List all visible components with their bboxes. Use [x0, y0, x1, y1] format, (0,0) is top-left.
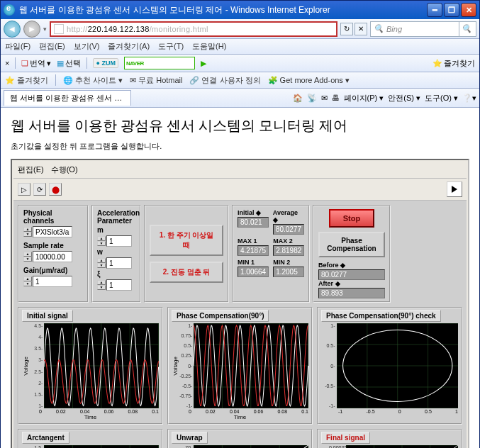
menu-favorites[interactable]: 즐겨찾기(A) — [108, 41, 150, 52]
cmd-feed[interactable]: 📡 — [307, 94, 317, 103]
w-input[interactable] — [106, 257, 132, 269]
max2-val: 2.81982 — [273, 245, 304, 256]
address-bar[interactable]: http://220.149.122.138/monitoring.html — [50, 21, 337, 37]
search-go-button[interactable]: 🔍 — [459, 22, 473, 36]
graph-title: Initial signal — [22, 310, 73, 322]
gain-input[interactable] — [33, 276, 72, 287]
channels-down[interactable]: ▼ — [23, 232, 32, 237]
page-favicon — [54, 24, 64, 34]
panel-menu-op[interactable]: 수행(O) — [51, 164, 78, 175]
initial-lbl: Initial ◆ — [238, 209, 269, 216]
panel-toolbar: ▷ ⟳ ⬤ — [13, 179, 467, 201]
page-sub: 초기값을 설정한 뒤 프로그램을 실행합니다. — [11, 141, 469, 152]
gain-up[interactable]: ▲ — [23, 276, 32, 281]
zum-button[interactable]: ● ZUM — [93, 58, 118, 68]
menu-file[interactable]: 파일(F) — [5, 41, 30, 52]
min2-val: 1.2005 — [273, 267, 304, 277]
cmd-safety[interactable]: 안전(S) ▾ — [388, 93, 420, 103]
cmd-help[interactable]: ❔▾ — [462, 94, 476, 103]
cmd-mail[interactable]: ✉ — [321, 94, 328, 103]
close-button[interactable]: ✕ — [461, 3, 476, 17]
cmd-print[interactable]: 🖶 — [332, 94, 340, 102]
m-down[interactable]: ▼ — [97, 241, 106, 246]
maximize-button[interactable]: ❐ — [444, 3, 459, 17]
ie-icon — [4, 4, 15, 16]
menu-help[interactable]: 도움말(H) — [192, 41, 226, 52]
toolbar-translate[interactable]: ❏번역▾ — [21, 58, 51, 69]
channels-up[interactable]: ▲ — [23, 227, 32, 232]
w-down[interactable]: ▼ — [97, 263, 106, 268]
min1-val: 1.00664 — [238, 267, 269, 277]
w-up[interactable]: ▲ — [97, 258, 106, 263]
rate-down[interactable]: ▼ — [23, 257, 32, 262]
naver-search[interactable]: NAVER — [124, 57, 195, 69]
panel-main-icon[interactable] — [447, 181, 462, 197]
gain-down[interactable]: ▼ — [23, 281, 32, 286]
fav-sites[interactable]: 🌐추천 사이트 ▾ — [63, 75, 123, 86]
before-val: 80.0277 — [318, 269, 385, 280]
graph-g6: Final signalAmplitude0.00035-0.0003-0.00… — [317, 429, 462, 448]
window-titlebar: 웹 서버를 이용한 광섬유 센서 시스템의 모니터링 제어 - Windows … — [1, 1, 479, 19]
plot-area — [44, 323, 159, 408]
panel-menu: 편집(E) 수행(O) — [13, 162, 467, 179]
xi-up[interactable]: ▲ — [97, 280, 106, 285]
x-label: Time — [172, 414, 308, 420]
graph-g1: Initial signalVoltage4.5-4-3.5-3-2.5-2-1… — [18, 307, 163, 425]
channels-select[interactable] — [33, 226, 72, 237]
xi-input[interactable] — [106, 279, 132, 291]
mode-after-stop[interactable]: 2. 진동 멈춘 뒤 — [150, 262, 223, 283]
graph-title: Arctangent — [22, 432, 69, 444]
main-menu: 파일(F) 편집(E) 보기(V) 즐겨찾기(A) 도구(T) 도움말(H) — [1, 39, 479, 55]
toolbar-x[interactable]: × — [5, 59, 9, 67]
m-up[interactable]: ▲ — [97, 236, 106, 241]
xi-down[interactable]: ▼ — [97, 285, 106, 290]
plot-area — [194, 323, 308, 408]
fav-addons[interactable]: 🧩Get more Add-ons ▾ — [268, 76, 350, 85]
rate-input[interactable] — [33, 251, 72, 262]
cmd-page[interactable]: 페이지(P) ▾ — [344, 93, 384, 103]
stop-run-button[interactable]: Stop — [329, 209, 374, 228]
y-ticks: 70-60-50-40-30-20-10-0- — [179, 445, 194, 448]
stop-button[interactable]: ✕ — [355, 23, 367, 35]
panel-abort[interactable]: ⬤ — [49, 183, 62, 196]
panel-run-once[interactable]: ▷ — [18, 183, 30, 196]
search-box[interactable]: 🔍 Bing 🔍 — [370, 21, 476, 37]
toolbar-select[interactable]: ▦선택 — [57, 58, 81, 69]
cmd-home[interactable]: 🏠 — [293, 94, 303, 103]
naver-search-go[interactable]: ▶ — [201, 59, 206, 68]
min2-lbl: MIN 2 — [273, 259, 304, 266]
after-lbl: After ◆ — [318, 280, 385, 287]
favorites-bar: ⭐즐겨찾기 🌐추천 사이트 ▾ ✉무료 Hotmail 🔗연결 사용자 정의 🧩… — [1, 72, 479, 89]
active-tab[interactable]: 웹 서버를 이용한 광섬유 센서 시스템의 모니터... — [4, 90, 131, 106]
rate-up[interactable]: ▲ — [23, 252, 32, 257]
x-ticks: 00.020.040.060.080.1 — [189, 409, 308, 414]
y-ticks: 1-0.5-0--0.5--1- — [321, 323, 337, 408]
toolbar-fav[interactable]: ⭐즐겨찾기 — [432, 58, 475, 69]
refresh-button[interactable]: ↻ — [340, 23, 353, 35]
fav-hotmail[interactable]: ✉무료 Hotmail — [130, 75, 182, 86]
back-button[interactable]: ◄ — [4, 21, 21, 38]
graph-title: Final signal — [321, 432, 370, 444]
panel-menu-edit[interactable]: 편집(E) — [18, 164, 44, 175]
cmd-tools[interactable]: 도구(O) ▾ — [425, 93, 458, 103]
max1-lbl: MAX 1 — [238, 237, 269, 245]
forward-button[interactable]: ► — [23, 21, 40, 38]
favorites-button[interactable]: ⭐즐겨찾기 — [5, 75, 48, 86]
m-input[interactable] — [106, 235, 132, 247]
phase-comp-button[interactable]: Phase Compensation — [318, 232, 385, 257]
panel-run-cont[interactable]: ⟳ — [33, 183, 46, 196]
mode-one-period[interactable]: 1. 한 주기 이상일 때 — [150, 225, 223, 256]
menu-view[interactable]: 보기(V) — [74, 41, 100, 52]
page-content: 웹 서버를 이용한 광섬유 센서 시스템의 모니터링 제어 초기값을 설정한 뒤… — [1, 108, 479, 448]
fav-custom[interactable]: 🔗연결 사용자 정의 — [189, 75, 260, 86]
graph-title: Phase Compensation(90°) check — [321, 310, 441, 322]
y-ticks: 1.5-1-0.5-0--0.5--1--1.5- — [30, 445, 44, 448]
minimize-button[interactable]: ━ — [427, 3, 442, 17]
avg-lbl: Average ◆ — [273, 209, 304, 223]
nav-bar: ◄ ► ▾ http://220.149.122.138/monitoring.… — [1, 19, 479, 39]
after-val: 89.893 — [318, 288, 385, 298]
menu-edit[interactable]: 편집(E) — [39, 41, 65, 52]
menu-tools[interactable]: 도구(T) — [158, 41, 184, 52]
labview-panel: 편집(E) 수행(O) ▷ ⟳ ⬤ Physical channels ▲▼ — [11, 159, 469, 448]
gain-label: Gain(μm/rad) — [23, 267, 83, 274]
